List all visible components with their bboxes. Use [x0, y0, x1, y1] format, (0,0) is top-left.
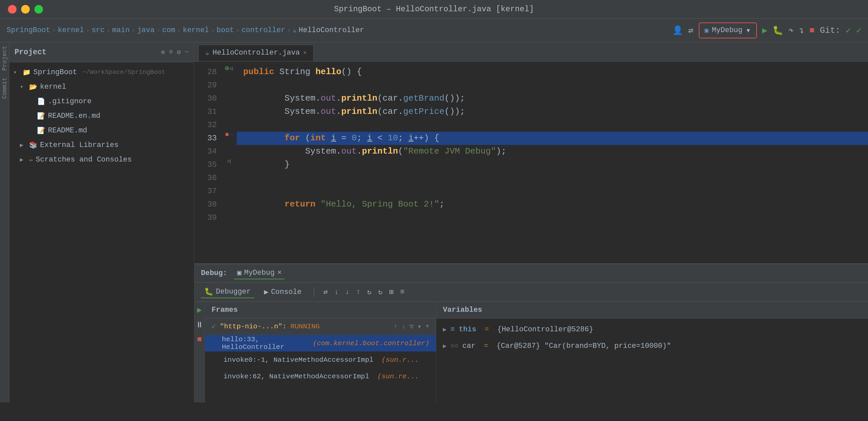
dropdown-icon[interactable]: ▾ — [746, 25, 751, 36]
step-icon-1[interactable]: ⇄ — [323, 288, 328, 297]
tree-item-ext-libs[interactable]: ▶ 📚 External Libraries — [9, 138, 194, 152]
var-name-car: car — [462, 342, 476, 350]
tab-close-icon[interactable]: × — [303, 50, 307, 56]
debug-button[interactable]: 🐛 — [773, 25, 783, 36]
tree-item-readme[interactable]: 📝 README.md — [9, 123, 194, 138]
line-29: 29 — [194, 79, 221, 92]
debug-toolbar: 🐛 Debugger ▶ Console │ ⇄ ↓ ↓ ↑ ↻ ↻ ⊞ ≡ — [194, 283, 868, 302]
project-collapse-icon[interactable]: ≡ — [169, 48, 173, 56]
tree-label: .gitignore — [48, 97, 92, 106]
frame-location: (sun.r... — [381, 356, 419, 364]
gutter-37 — [221, 181, 237, 194]
project-tree: ▾ 📁 SpringBoot ~/WorkSpace/SpringBoot ▾ … — [9, 62, 194, 402]
run-to-cursor-icon[interactable]: ↻ — [367, 288, 372, 297]
step-into-icon[interactable]: ↓ — [345, 288, 349, 296]
window-controls[interactable] — [8, 5, 43, 13]
tree-item-readme-en[interactable]: 📝 README.en.md — [9, 109, 194, 123]
thread-status: RUNNING — [290, 323, 320, 330]
session-close[interactable]: × — [277, 269, 282, 277]
breadcrumb-springboot[interactable]: SpringBoot — [7, 26, 50, 34]
code-content[interactable]: public String hello() { System.out.print… — [237, 61, 868, 263]
breadcrumb-current: HelloController — [299, 26, 364, 34]
debug-tab-console[interactable]: ▶ Console — [261, 286, 305, 298]
tree-item-kernel[interactable]: ▾ 📂 kernel — [9, 79, 194, 94]
commit-vtab[interactable]: Commit — [1, 78, 8, 99]
code-line-28: public String hello() { — [237, 65, 868, 79]
folder-icon: 📂 — [29, 83, 37, 91]
gutter-31 — [221, 101, 237, 114]
filter-icon[interactable]: ▽ — [409, 322, 413, 331]
frames-icon[interactable]: ⊞ — [389, 288, 393, 297]
debug-session-tab[interactable]: ▣ MyDebug × — [234, 267, 285, 279]
thread-check-icon: ✓ — [212, 322, 216, 331]
var-eq: = — [480, 325, 494, 334]
variables-panel: Variables ▶ ≡ this = {HelloController@52… — [436, 302, 868, 402]
frame-name: invoke:62, NativeMethodAccessorImpl — [223, 373, 373, 380]
debug-main: ▶ ⏸ ■ Frames ✓ "http-nio-...n": RUNNING — [194, 302, 868, 402]
settings-icon[interactable]: ≡ — [400, 288, 405, 296]
var-item-this[interactable]: ▶ ≡ this = {HelloController@5286} — [436, 321, 868, 338]
tree-label: README.en.md — [48, 112, 100, 120]
run-button[interactable]: ▶ — [762, 25, 768, 36]
step-out-icon[interactable]: ↑ — [356, 288, 361, 296]
java-tab-icon: ☕ — [205, 49, 209, 57]
git-check-icon[interactable]: ✓ — [846, 25, 851, 36]
project-locate-icon[interactable]: ⊕ — [161, 48, 165, 56]
line-28: 28 — [194, 65, 221, 79]
editor-tabs: ☕ HelloController.java × — [194, 43, 868, 61]
breakpoint-icon[interactable]: ● — [224, 130, 229, 139]
project-close-icon[interactable]: − — [185, 48, 189, 56]
tree-label: SpringBoot — [33, 68, 77, 77]
code-line-32 — [237, 118, 868, 132]
tree-item-springboot[interactable]: ▾ 📁 SpringBoot ~/WorkSpace/SpringBoot — [9, 65, 194, 79]
expand-arrow: ▶ — [20, 156, 26, 163]
line-32: 32 — [194, 118, 221, 132]
console-label: Console — [271, 288, 302, 296]
debug-label: Debug: — [201, 269, 227, 277]
frame-item-hello[interactable]: hello:33, HelloController (com.kernel.bo… — [205, 335, 436, 352]
project-settings-icon[interactable]: ⚙ — [177, 48, 181, 56]
project-vtab[interactable]: Project — [1, 46, 8, 71]
var-item-car[interactable]: ▶ ○○ car = {Car@5287} "Car(brand=BYD, pr… — [436, 338, 868, 354]
pause-icon[interactable]: ⏸ — [196, 320, 204, 330]
tree-label: External Libraries — [40, 141, 119, 149]
resume-icon[interactable]: ▶ — [197, 305, 202, 315]
session-icon: ▣ — [237, 269, 241, 277]
up-icon[interactable]: ↑ — [394, 323, 398, 330]
debug-tab-debugger[interactable]: 🐛 Debugger — [201, 286, 254, 298]
close-button[interactable] — [8, 5, 17, 13]
step-over-icon[interactable]: ↷ — [788, 25, 794, 36]
console-icon: ▶ — [264, 288, 269, 297]
profile-icon[interactable]: 👤 — [672, 25, 683, 36]
maximize-button[interactable] — [34, 5, 43, 13]
down-icon[interactable]: ↓ — [402, 323, 406, 330]
breadcrumb: SpringBoot › kernel › src › main › java … — [7, 26, 669, 34]
step-over-icon[interactable]: ↓ — [334, 288, 339, 296]
add-icon[interactable]: + — [425, 323, 429, 330]
tree-item-gitignore[interactable]: 📄 .gitignore — [9, 94, 194, 109]
stop-icon[interactable]: ■ — [197, 335, 202, 344]
tree-label: kernel — [40, 83, 66, 91]
debug-config-label: MyDebug — [712, 26, 742, 34]
var-expand-arrow[interactable]: ▶ — [443, 342, 446, 349]
minimize-button[interactable] — [21, 5, 30, 13]
stop-button[interactable]: ■ — [809, 26, 815, 35]
code-line-36 — [237, 171, 868, 185]
step-into-icon[interactable]: ↴ — [799, 25, 804, 36]
tree-item-scratches[interactable]: ▶ ✏ Scratches and Consoles — [9, 152, 194, 167]
debug-config-box[interactable]: ▣ MyDebug ▾ — [699, 23, 757, 38]
tab-hellocontroller[interactable]: ☕ HelloController.java × — [198, 45, 314, 61]
code-line-29 — [237, 79, 868, 92]
thread-name: "http-nio-...n": — [220, 323, 286, 330]
folder-icon: 📁 — [23, 68, 31, 77]
eval-icon[interactable]: ↻ — [378, 288, 382, 297]
scratch-icon: ✏ — [29, 156, 33, 164]
vcs-icon[interactable]: ⇄ — [688, 25, 693, 36]
git-build-icon[interactable]: ✓ — [856, 25, 861, 36]
more-icon[interactable]: ▾ — [417, 322, 422, 331]
var-expand-arrow[interactable]: ▶ — [443, 326, 446, 333]
title-bar: SpringBoot – HelloController.java [kerne… — [0, 0, 868, 19]
line-31: 31 — [194, 105, 221, 118]
frame-item-invoke62[interactable]: invoke:62, NativeMethodAccessorImpl (sun… — [205, 368, 436, 385]
frame-item-invoke0[interactable]: invoke0:-1, NativeMethodAccessorImpl (su… — [205, 352, 436, 368]
